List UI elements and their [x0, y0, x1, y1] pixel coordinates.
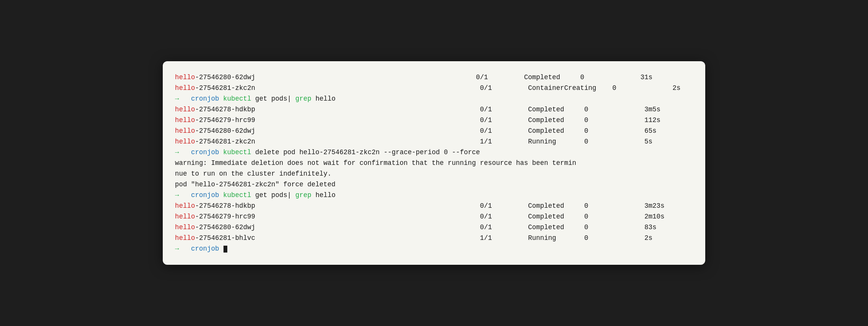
terminal-line: hello-27546280-62dwj 0/1 Completed 0 65s: [175, 126, 693, 136]
context-label: cronjob: [191, 148, 219, 156]
terminal-line: hello-27546279-hrc99 0/1 Completed 0 2m1…: [175, 211, 693, 222]
context-label: cronjob: [191, 245, 219, 253]
context-label: cronjob: [191, 191, 219, 199]
pod-name-red: hello: [175, 234, 195, 242]
pod-name-red: hello: [175, 73, 195, 81]
terminal-line: pod "hello-27546281-zkc2n" force deleted: [175, 179, 693, 190]
command-line: → cronjob kubectl get pods| grep hello: [175, 190, 693, 200]
terminal-line: hello-27546281-bhlvc 1/1 Running 0 2s: [175, 233, 693, 243]
kubectl-label: kubectl: [223, 148, 251, 156]
pod-name-red: hello: [175, 138, 195, 145]
cursor: [223, 246, 227, 253]
terminal-line: hello-27546278-hdkbp 0/1 Completed 0 3m5…: [175, 104, 693, 115]
terminal-line: hello-27546281-zkc2n 0/1 ContainerCreati…: [175, 83, 693, 93]
terminal-line: hello-27546280-62dwj 0/1 Completed 0 31s: [175, 72, 693, 83]
kubectl-label: kubectl: [223, 191, 251, 199]
pod-name-red: hello: [175, 84, 195, 92]
pod-name-red: hello: [175, 106, 195, 113]
command-line: → cronjob kubectl get pods| grep hello: [175, 93, 693, 104]
terminal-line: nue to run on the cluster indefinitely.: [175, 168, 693, 179]
warning-line: warning: Immediate deletion does not wai…: [175, 158, 693, 168]
pod-name-red: hello: [175, 116, 195, 124]
pod-name-red: hello: [175, 213, 195, 220]
command-line: → cronjob kubectl delete pod hello-27546…: [175, 147, 693, 158]
context-label: cronjob: [191, 95, 219, 103]
kubectl-label: kubectl: [223, 95, 251, 103]
pod-name-red: hello: [175, 223, 195, 231]
terminal-line: hello-27546281-zkc2n 1/1 Running 0 5s: [175, 136, 693, 147]
terminal-line: hello-27546279-hrc99 0/1 Completed 0 112…: [175, 115, 693, 126]
pod-name-red: hello: [175, 127, 195, 135]
terminal-window: hello-27546280-62dwj 0/1 Completed 0 31s…: [163, 61, 705, 265]
prompt-line[interactable]: → cronjob: [175, 243, 693, 254]
terminal-line: hello-27546278-hdkbp 0/1 Completed 0 3m2…: [175, 200, 693, 211]
terminal-line: hello-27546280-62dwj 0/1 Completed 0 83s: [175, 222, 693, 233]
pod-name-red: hello: [175, 202, 195, 210]
